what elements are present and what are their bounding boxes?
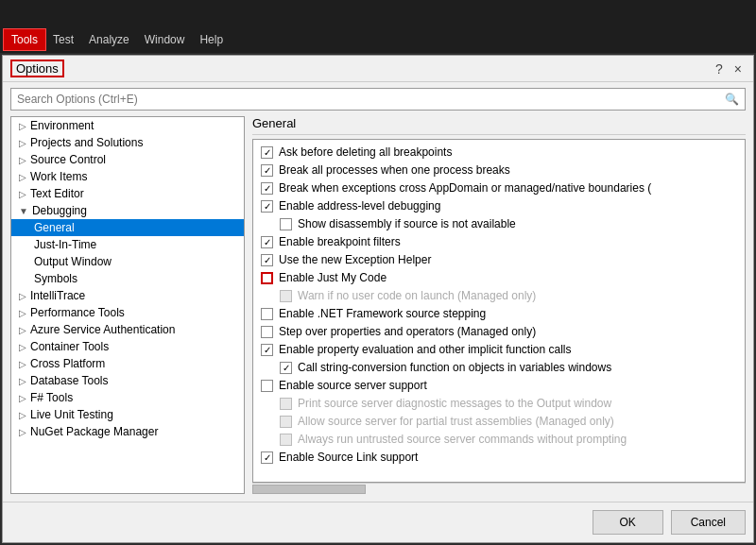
option-label: Enable .NET Framework source stepping <box>279 307 737 321</box>
tree-item-container-tools[interactable]: ▷ Container Tools <box>11 338 244 355</box>
tree-item-output-window[interactable]: Output Window <box>11 253 244 270</box>
tree-panel: ▷ Environment ▷ Projects and Solutions ▷… <box>10 116 245 494</box>
option-checkbox[interactable] <box>261 308 273 320</box>
expand-arrow: ▷ <box>19 359 26 369</box>
option-checkbox[interactable] <box>261 236 273 248</box>
tree-item-fsharp-tools[interactable]: ▷ F# Tools <box>11 389 244 406</box>
option-label: Show disassembly if source is not availa… <box>298 217 737 231</box>
option-checkbox[interactable] <box>261 146 273 159</box>
option-row: Warn if no user code on launch (Managed … <box>261 287 737 305</box>
option-checkbox[interactable] <box>280 416 292 428</box>
expand-arrow: ▷ <box>19 138 26 148</box>
tree-item-source-control[interactable]: ▷ Source Control <box>11 151 244 168</box>
tree-item-label: NuGet Package Manager <box>30 425 158 438</box>
option-checkbox[interactable] <box>261 182 273 195</box>
tree-item-label: Azure Service Authentication <box>30 323 175 336</box>
expand-arrow: ▷ <box>19 121 26 131</box>
option-label: Enable Source Link support <box>279 451 737 465</box>
option-row: Call string-conversion function on objec… <box>261 359 737 377</box>
tree-item-cross-platform[interactable]: ▷ Cross Platform <box>11 355 244 372</box>
menu-window[interactable]: Window <box>137 29 193 50</box>
cancel-button[interactable]: Cancel <box>671 510 746 535</box>
tree-item-label: Debugging <box>32 204 87 217</box>
option-label: Always run untrusted source server comma… <box>298 433 737 447</box>
option-label: Call string-conversion function on objec… <box>298 361 737 375</box>
tree-item-live-unit-testing[interactable]: ▷ Live Unit Testing <box>11 406 244 423</box>
tree-item-debugging[interactable]: ▼ Debugging <box>11 202 244 219</box>
option-checkbox[interactable] <box>280 398 292 410</box>
tree-item-just-in-time[interactable]: Just-In-Time <box>11 236 244 253</box>
tree-item-intellitrace[interactable]: ▷ IntelliTrace <box>11 287 244 304</box>
horizontal-scrollbar[interactable] <box>252 483 746 494</box>
option-label: Break when exceptions cross AppDomain or… <box>279 181 737 196</box>
option-label: Enable source server support <box>279 379 737 393</box>
tree-item-work-items[interactable]: ▷ Work Items <box>11 168 244 185</box>
option-row: Enable Just My Code <box>261 269 737 287</box>
option-label: Print source server diagnostic messages … <box>298 397 737 411</box>
ok-button[interactable]: OK <box>593 510 663 535</box>
menu-tools[interactable]: Tools <box>4 29 45 50</box>
dialog-title: Options <box>10 60 64 77</box>
option-label: Allow source server for partial trust as… <box>298 415 737 429</box>
tree-item-environment[interactable]: ▷ Environment <box>11 117 244 134</box>
tree-item-projects[interactable]: ▷ Projects and Solutions <box>11 134 244 151</box>
menu-help[interactable]: Help <box>192 29 231 50</box>
dialog-controls: ? × <box>712 61 746 77</box>
option-checkbox[interactable] <box>261 254 273 266</box>
option-checkbox[interactable] <box>280 218 292 230</box>
option-checkbox[interactable] <box>261 200 273 213</box>
help-button[interactable]: ? <box>712 61 727 77</box>
tree-item-label: Environment <box>30 119 94 132</box>
tree-item-label: Projects and Solutions <box>30 136 143 149</box>
tree-item-label: Performance Tools <box>30 306 125 319</box>
expand-arrow: ▷ <box>19 376 26 386</box>
tree-item-label: Symbols <box>34 272 77 285</box>
option-checkbox[interactable] <box>261 326 273 338</box>
tree-item-label: Database Tools <box>30 374 109 387</box>
menu-test[interactable]: Test <box>45 29 81 50</box>
tree-item-text-editor[interactable]: ▷ Text Editor <box>11 185 244 202</box>
tree-item-label: Text Editor <box>30 187 84 200</box>
option-row: Break when exceptions cross AppDomain or… <box>261 179 737 197</box>
option-row: Allow source server for partial trust as… <box>261 413 737 431</box>
search-input[interactable] <box>11 89 719 110</box>
tree-item-label: F# Tools <box>30 391 73 404</box>
tree-item-nuget[interactable]: ▷ NuGet Package Manager <box>11 423 244 440</box>
tree-item-database-tools[interactable]: ▷ Database Tools <box>11 372 244 389</box>
option-checkbox[interactable] <box>261 344 273 356</box>
menu-bar <box>0 0 756 26</box>
tree-item-azure-auth[interactable]: ▷ Azure Service Authentication <box>11 321 244 338</box>
content-title: General <box>252 116 746 135</box>
content-scroll[interactable]: Ask before deleting all breakpoints Brea… <box>252 139 746 483</box>
option-checkbox[interactable] <box>261 164 273 177</box>
option-label: Step over properties and operators (Mana… <box>279 325 737 339</box>
tree-item-label: Output Window <box>34 255 112 268</box>
option-checkbox-highlighted[interactable] <box>261 272 273 284</box>
option-label: Break all processes when one process bre… <box>279 163 737 178</box>
expand-arrow: ▷ <box>19 393 26 403</box>
tree-item-label: Live Unit Testing <box>30 408 113 421</box>
option-checkbox[interactable] <box>280 434 292 446</box>
option-row: Break all processes when one process bre… <box>261 162 737 179</box>
menu-analyze[interactable]: Analyze <box>81 29 137 50</box>
content-panel: General Ask before deleting all breakpoi… <box>252 116 746 494</box>
option-label: Enable Just My Code <box>279 271 737 285</box>
option-row: Print source server diagnostic messages … <box>261 395 737 413</box>
option-checkbox[interactable] <box>261 380 273 392</box>
expand-arrow: ▷ <box>19 325 26 335</box>
tree-item-symbols[interactable]: Symbols <box>11 270 244 287</box>
option-label: Enable breakpoint filters <box>279 235 737 249</box>
tree-item-general[interactable]: General <box>11 219 244 236</box>
close-button[interactable]: × <box>730 61 746 77</box>
option-checkbox[interactable] <box>280 290 292 302</box>
option-checkbox[interactable] <box>280 362 292 374</box>
dialog-title-bar: Options ? × <box>3 56 753 82</box>
tree-item-label: Work Items <box>30 170 87 183</box>
dialog-body: ▷ Environment ▷ Projects and Solutions ▷… <box>3 116 753 502</box>
tree-item-perf-tools[interactable]: ▷ Performance Tools <box>11 304 244 321</box>
option-row: Enable .NET Framework source stepping <box>261 305 737 323</box>
option-label: Use the new Exception Helper <box>279 253 737 267</box>
option-checkbox[interactable] <box>261 451 273 464</box>
hscroll-thumb[interactable] <box>252 485 366 494</box>
tree-item-label: Source Control <box>30 153 106 166</box>
